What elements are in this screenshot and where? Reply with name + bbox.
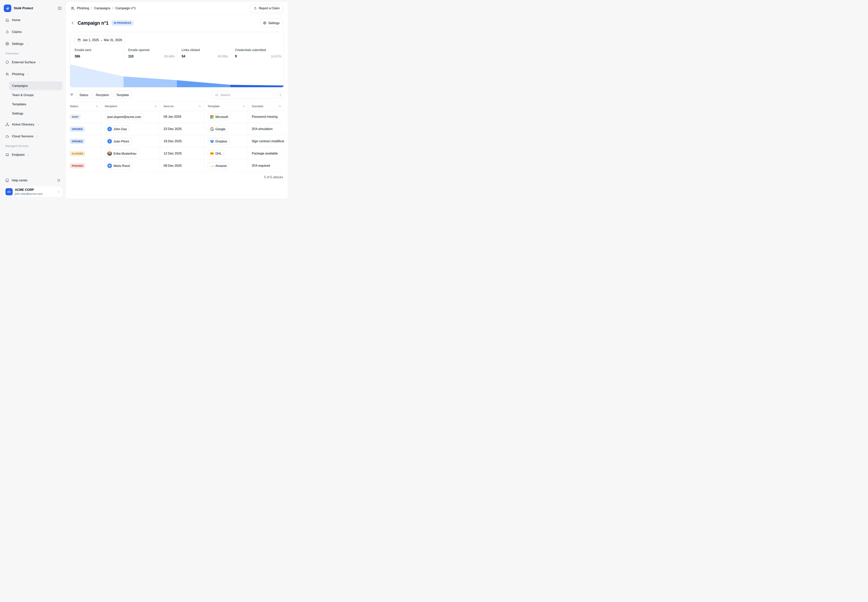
column-header-status[interactable]: Status: [70, 102, 101, 111]
table-row[interactable]: CLICKED Erika Musterfrau 12 Dec 2025 DHL…: [70, 147, 284, 160]
gear-icon: [5, 42, 9, 46]
sort-icon: [243, 105, 245, 108]
account-switcher[interactable]: AC ACME CORP john.doe@acme.com: [3, 186, 63, 198]
sidebar-item-label: Team & Groups: [12, 93, 34, 97]
avatar-photo: [108, 151, 112, 156]
sidebar-item-settings[interactable]: Settings: [3, 39, 63, 48]
microsoft-logo-icon: [210, 115, 214, 119]
template-label: Google: [215, 127, 226, 131]
chevron-right-icon: [27, 154, 30, 156]
sidebar-item-cloud-services[interactable]: Cloud Services: [3, 132, 63, 141]
breadcrumb-item-campaigns[interactable]: Campaigns: [94, 6, 111, 10]
table-row[interactable]: OPENED JJohn Doe 23 Dec 2025 Google 2FA …: [70, 123, 284, 135]
table-row[interactable]: OPENED JJuan Pérez 19 Dec 2025 Dropbox S…: [70, 135, 284, 147]
stat-percent: 49.09%: [218, 55, 228, 58]
account-avatar: AC: [5, 188, 12, 195]
sidebar-item-claims[interactable]: Claims: [3, 27, 63, 37]
filter-template-button[interactable]: Template: [114, 91, 132, 99]
sidebar-item-templates[interactable]: Templates: [9, 100, 63, 109]
stats-grid: Emails sent 386 Emails opened 11028.49% …: [70, 48, 284, 60]
table-row[interactable]: PHISHED MMario Rossi 09 Dec 2025 Amazon …: [70, 160, 284, 172]
sent-on-cell: 09 Dec 2025: [160, 160, 204, 172]
breadcrumb-item-phishing[interactable]: Phishing: [77, 6, 89, 10]
chevron-up-down-icon: [57, 190, 60, 193]
sidebar-item-phishing-settings[interactable]: Settings: [9, 109, 63, 118]
status-badge: CLICKED: [70, 151, 85, 156]
gear-icon: [263, 21, 266, 25]
table-row[interactable]: SENT jean.dupont@acme.com 09 Jan 2026 Mi…: [70, 111, 284, 123]
stat-value: 9: [235, 54, 237, 58]
status-badge: SENT: [70, 114, 81, 120]
sidebar-item-external-surface[interactable]: External Surface: [3, 58, 63, 67]
main-area: Phishing / Campaigns / Campaign n°1 Repo…: [66, 0, 289, 201]
status-badge: OPENED: [70, 127, 84, 132]
users-icon: [71, 6, 75, 10]
sidebar-item-help-center[interactable]: Help center: [3, 177, 63, 184]
filter-recipient-button[interactable]: Recipient: [93, 91, 112, 99]
report-claim-button[interactable]: Report a Claim: [250, 4, 283, 12]
topbar: Phishing / Campaigns / Campaign n°1 Repo…: [66, 2, 288, 15]
stat-label: Emails sent: [75, 48, 122, 52]
sidebar-item-label: Active Directory: [12, 123, 34, 126]
sidebar-item-label: Campaigns: [12, 84, 28, 88]
template-label: Microsoft: [215, 115, 228, 119]
sidebar-item-phishing[interactable]: Phishing: [3, 69, 63, 79]
sidebar-item-label: Templates: [12, 103, 26, 106]
stat-label: Emails opened: [128, 48, 175, 52]
collapse-sidebar-button[interactable]: [58, 6, 62, 10]
droplet-icon: [253, 6, 257, 10]
sidebar-item-label: Claims: [12, 30, 22, 34]
chevron-right-icon: [38, 61, 41, 64]
column-header-scenario[interactable]: Scenario: [248, 102, 284, 111]
settings-label: Settings: [268, 21, 280, 25]
scenario-cell: 2FA required: [248, 160, 284, 172]
recipient-chip[interactable]: JJuan Pérez: [105, 138, 132, 145]
chevron-right-icon: [36, 135, 38, 138]
app-root: Stoïk Protect Home Claims Settings Preve…: [0, 0, 289, 201]
home-icon: [5, 18, 9, 22]
recipient-chip[interactable]: Erika Musterfrau: [105, 150, 139, 157]
template-chip[interactable]: DHLDHL: [208, 150, 224, 157]
account-email: john.doe@acme.com: [15, 192, 43, 195]
recipient-label: Juan Pérez: [114, 140, 129, 143]
recipient-chip[interactable]: JJohn Doe: [105, 125, 129, 133]
breadcrumb-item-current: Campaign n°1: [115, 6, 136, 10]
date-range-picker[interactable]: Jan 1, 2025 → Mar 31, 2026: [74, 36, 125, 44]
column-header-sent-on[interactable]: Sent on: [160, 102, 204, 111]
recipient-chip[interactable]: jean.dupont@acme.com: [105, 114, 144, 120]
sidebar-item-home[interactable]: Home: [3, 15, 63, 25]
sidebar-item-active-directory[interactable]: Active Directory: [3, 120, 63, 129]
search-input[interactable]: [220, 93, 270, 97]
sidebar-item-team-groups[interactable]: Team & Groups: [9, 91, 63, 100]
search-icon: [215, 93, 218, 97]
stat-emails-sent: Emails sent 386: [70, 48, 124, 60]
filter-status-button[interactable]: Status: [77, 91, 91, 99]
users-icon: [5, 72, 9, 76]
phishing-submenu: Campaigns Team & Groups Templates Settin…: [9, 81, 63, 118]
template-chip[interactable]: Dropbox: [208, 138, 230, 145]
stat-percent: 28.49%: [164, 55, 175, 58]
more-options-button[interactable]: [277, 91, 284, 99]
sort-icon: [278, 105, 281, 108]
template-label: Amazon: [215, 164, 227, 167]
recipient-chip[interactable]: MMario Rossi: [105, 162, 132, 169]
column-header-recipient[interactable]: Recipient: [101, 102, 160, 111]
sidebar-item-campaigns[interactable]: Campaigns: [9, 81, 63, 90]
template-label: Dropbox: [215, 140, 227, 143]
status-badge-in-progress: IN PROGRESS: [111, 20, 134, 26]
sidebar-item-endpoint[interactable]: Endpoint: [3, 150, 63, 159]
scenario-cell: 2FA simulation: [248, 123, 284, 135]
brand[interactable]: Stoïk Protect: [4, 5, 33, 12]
avatar: J: [108, 139, 112, 144]
template-chip[interactable]: Amazon: [208, 163, 229, 169]
column-header-template[interactable]: Template: [204, 102, 248, 111]
breadcrumb: Phishing / Campaigns / Campaign n°1: [71, 6, 136, 10]
back-button[interactable]: [71, 21, 75, 25]
template-chip[interactable]: Microsoft: [208, 114, 230, 120]
breadcrumb-separator: /: [112, 6, 114, 10]
sidebar-nav: Home Claims Settings Prevention External…: [0, 15, 66, 162]
filter-icon: [70, 93, 74, 97]
stat-value: 386: [75, 54, 80, 58]
campaign-settings-button[interactable]: Settings: [260, 18, 283, 27]
template-chip[interactable]: Google: [208, 126, 228, 132]
